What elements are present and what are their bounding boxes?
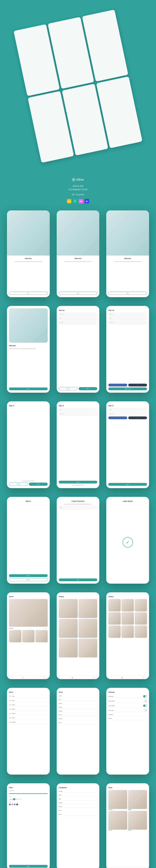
menu-1: Menu Home› Shop› Stories› Gallery› Wishl… [7,688,50,775]
menu-2: Menu Home› Shop› Stories› Gallery› Wishl… [57,688,100,775]
xd-badge: Xd [79,199,83,204]
onboard-1: Welcome Lorem ipsum dolor sit amet conse… [7,210,50,297]
signin-minimal: Sign in Sign in Sign up [7,497,50,584]
invision-badge: In [85,199,89,204]
get-started-button[interactable]: Sign in [9,388,48,390]
password-input[interactable]: Password [59,321,98,324]
forgot-password: Forgot Password Lorem ipsum dolor sit am… [57,497,100,584]
check-icon: ✓ [122,537,133,548]
next-button[interactable]: Next [59,292,98,295]
filter-screen: Filter Price Range Size XSSML Color Appl… [7,783,50,868]
email-input[interactable]: Email [59,317,98,320]
bottom-nav: ⌂⊞♡☰ [7,676,50,679]
login-success: Login Signed ✓ [106,497,149,584]
welcome-screen: Welcome Lorem ipsum dolor sit amet conse… [7,306,50,393]
sketch-badge: Sk [67,199,71,204]
tool-badges: Sk F Xd In [3,199,153,204]
signin-2: Sign in Email Password Sign in Don't hav… [57,401,100,488]
logo: Alive [3,178,153,182]
next-button[interactable]: Next [9,292,48,295]
logo-mark [72,178,75,181]
home-screen: Home FeaturedView all ⌂⊞♡☰ [7,592,50,679]
screens-grid: Welcome Lorem ipsum dolor sit amet conse… [2,210,154,868]
hero-preview-grid [13,9,142,163]
kit-header: Alive IOS & OS e-Comerce UI Kit 30+ Scre… [0,173,156,210]
cancel-button[interactable]: Sign in [59,387,78,390]
next-button[interactable]: Next [108,292,147,295]
figma-badge: F [73,199,77,204]
create-button[interactable]: Create Account [108,388,147,390]
fullname-input[interactable]: Full Name [59,313,98,316]
signup-button[interactable]: Sign up [79,387,97,390]
onboard-2: Welcome Lorem ipsum dolor sit amet conse… [57,210,100,297]
signin-3: Sign in Email Password f G Sign in [106,401,149,488]
onboard-3: Welcome Lorem ipsum dolor sit amet conse… [106,210,149,297]
settings-screen: Settings Notification Email updates Orde… [106,688,149,775]
signup-screen: Sign up Full Name Email Password Sign in… [57,306,100,393]
facebook-button[interactable]: f [108,384,127,386]
signup-screen-2: Sign up Full Name Email Password f G Cre… [106,306,149,393]
gallery-2: Gallery ⌂⊞♡☰ [106,592,149,679]
shop-grid: Shop $112.00 $89.00 $112.00 $89.00 ⌂⊞♡☰ [106,783,149,868]
gallery-1: Gallery ⌂⊞♡☰ [57,592,100,679]
signin-1: Sign in Don't have an account? Sign up S… [7,401,50,488]
categories-screen: Categories Clothing› Shoes› Bags› Jewelr… [57,783,100,868]
